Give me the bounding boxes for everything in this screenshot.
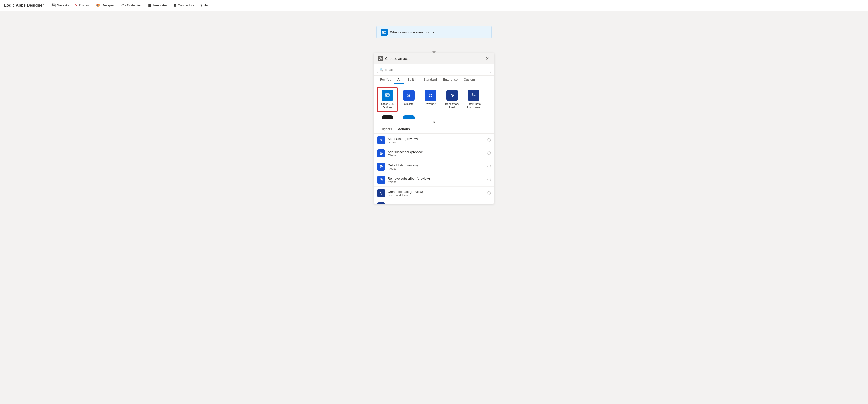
action-provider-add-subscriber: AWeber: [388, 154, 485, 157]
action-provider-get-all-lists: AWeber: [388, 167, 485, 170]
search-icon: 🔍: [379, 68, 383, 72]
connectors-button[interactable]: ⊞ Connectors: [171, 2, 196, 9]
action-info-icon-get-all-lists[interactable]: ⓘ: [487, 164, 491, 169]
action-icon-get-all-lists: [377, 163, 385, 171]
panel-close-button[interactable]: ✕: [484, 56, 490, 62]
action-info-icon-send-slate[interactable]: ⓘ: [487, 138, 491, 142]
connector-label-dataB: DataB Data Enrichment: [465, 102, 482, 109]
connector-airslate[interactable]: SairSlate: [399, 87, 419, 112]
discard-button[interactable]: ✕ Discard: [72, 2, 93, 9]
designer-button[interactable]: 🎨 Designer: [94, 2, 117, 9]
action-info-icon-remove-subscriber[interactable]: ⓘ: [487, 178, 491, 182]
action-name-send-slate: Send Slate (preview): [388, 137, 485, 141]
tab-built-in[interactable]: Built-in: [404, 76, 421, 84]
action-text-remove-subscriber: Remove subscriber (preview)AWeber: [388, 177, 485, 183]
tab-all[interactable]: All: [395, 76, 405, 84]
code-view-button[interactable]: </> Code view: [118, 2, 145, 9]
connector-icon-dataB: data 8: [468, 90, 479, 101]
sub-tabs-row: TriggersActions: [374, 125, 494, 134]
app-title: Logic Apps Designer: [4, 3, 44, 8]
svg-rect-25: [379, 151, 383, 156]
discard-label: Discard: [79, 3, 90, 7]
save-as-label: Save As: [57, 3, 69, 7]
tab-enterprise[interactable]: Enterprise: [440, 76, 461, 84]
connector-aweber[interactable]: AWeber: [420, 87, 441, 112]
action-provider-remove-subscriber: AWeber: [388, 180, 485, 183]
templates-label: Templates: [153, 3, 167, 7]
sub-tab-actions[interactable]: Actions: [395, 125, 413, 133]
action-item-create-list[interactable]: Create list (preview)Benchmark Emailⓘ: [374, 200, 494, 204]
connector-office365[interactable]: Office 365 Outlook: [377, 87, 398, 112]
action-icon-create-list: [377, 202, 385, 204]
action-item-get-all-lists[interactable]: Get all lists (preview)AWeberⓘ: [374, 160, 494, 173]
action-name-create-contact: Create contact (preview): [388, 190, 485, 194]
svg-rect-8: [386, 95, 387, 96]
svg-rect-0: [382, 31, 386, 33]
tab-for-you[interactable]: For You: [377, 76, 395, 84]
connector-label-airslate: airSlate: [404, 102, 413, 106]
connectors-grid: Office 365 OutlookSairSlate AWeber Bench…: [374, 84, 494, 119]
action-text-send-slate: Send Slate (preview)airSlate: [388, 137, 485, 144]
action-name-remove-subscriber: Remove subscriber (preview): [388, 177, 485, 180]
connector-icon-airslate: S: [403, 90, 415, 101]
help-label: Help: [204, 3, 210, 7]
svg-rect-31: [379, 178, 383, 182]
connector-icon-dynamic: [403, 115, 415, 119]
action-text-create-list: Create list (preview)Benchmark Email: [388, 203, 485, 204]
svg-point-4: [380, 59, 381, 60]
code-view-label: Code view: [127, 3, 142, 7]
panel-header-icon: [378, 56, 383, 62]
connectors-icon: ⊞: [173, 3, 176, 7]
action-item-send-slate[interactable]: S Send Slate (preview)airSlateⓘ: [374, 134, 494, 147]
action-info-icon-create-contact[interactable]: ⓘ: [487, 191, 491, 195]
sub-tab-triggers[interactable]: Triggers: [377, 125, 395, 133]
action-item-create-contact[interactable]: Create contact (preview)Benchmark Emailⓘ: [374, 187, 494, 200]
action-name-add-subscriber: Add subscriber (preview): [388, 150, 485, 154]
templates-button[interactable]: ▦ Templates: [146, 2, 170, 9]
action-name-get-all-lists: Get all lists (preview): [388, 163, 485, 167]
arrow-line: [434, 44, 434, 52]
connector-dynamic[interactable]: Dynamic Signal: [399, 113, 419, 119]
search-input-wrap: 🔍 email: [377, 67, 491, 73]
tabs-row: For YouAllBuilt-inStandardEnterpriseCust…: [374, 76, 494, 84]
panel-title: Choose an action: [385, 57, 412, 61]
trigger-menu-icon[interactable]: ···: [484, 30, 487, 34]
svg-text:S: S: [380, 139, 382, 142]
tab-custom[interactable]: Custom: [461, 76, 478, 84]
connector-benchmark[interactable]: Benchmark Email: [442, 87, 462, 112]
trigger-block[interactable]: When a resource event occurs ···: [376, 26, 492, 38]
connector-label-aweber: AWeber: [426, 102, 435, 106]
choose-action-panel: Choose an action ✕ 🔍 email For YouAllBui…: [374, 53, 494, 204]
action-icon-send-slate: S: [377, 136, 385, 144]
connector-icon-derdack: [382, 115, 393, 119]
svg-point-35: [381, 193, 382, 194]
canvas: When a resource event occurs ··· Choose …: [0, 11, 868, 404]
action-icon-remove-subscriber: [377, 176, 385, 184]
svg-text:8: 8: [471, 93, 473, 95]
connector-dataB[interactable]: data 8 DataB Data Enrichment: [463, 87, 484, 112]
help-button[interactable]: ? Help: [198, 2, 213, 9]
designer-icon: 🎨: [96, 3, 100, 7]
svg-rect-1: [383, 32, 384, 33]
action-provider-create-contact: Benchmark Email: [388, 194, 485, 197]
panel-header: Choose an action ✕: [374, 53, 494, 64]
action-icon-create-contact: [377, 189, 385, 197]
action-item-add-subscriber[interactable]: Add subscriber (preview)AWeberⓘ: [374, 147, 494, 160]
connector-icon-benchmark: [446, 90, 458, 101]
svg-rect-28: [379, 164, 383, 169]
connector-derdack[interactable]: Derdack SIGNL4: [377, 113, 398, 119]
action-name-create-list: Create list (preview): [388, 203, 485, 204]
action-text-create-contact: Create contact (preview)Benchmark Email: [388, 190, 485, 197]
tab-standard[interactable]: Standard: [421, 76, 440, 84]
save-as-button[interactable]: 💾 Save As: [49, 2, 71, 9]
action-icon-add-subscriber: [377, 149, 385, 158]
search-input[interactable]: email: [385, 68, 489, 72]
flow-arrow: [433, 44, 435, 54]
expand-row[interactable]: ▾: [374, 119, 494, 125]
code-icon: </>: [121, 3, 126, 7]
action-info-icon-add-subscriber[interactable]: ⓘ: [487, 151, 491, 156]
action-item-remove-subscriber[interactable]: Remove subscriber (preview)AWeberⓘ: [374, 173, 494, 187]
action-text-get-all-lists: Get all lists (preview)AWeber: [388, 163, 485, 170]
actions-list: S Send Slate (preview)airSlateⓘ Add subs…: [374, 134, 494, 204]
svg-point-13: [452, 95, 453, 96]
